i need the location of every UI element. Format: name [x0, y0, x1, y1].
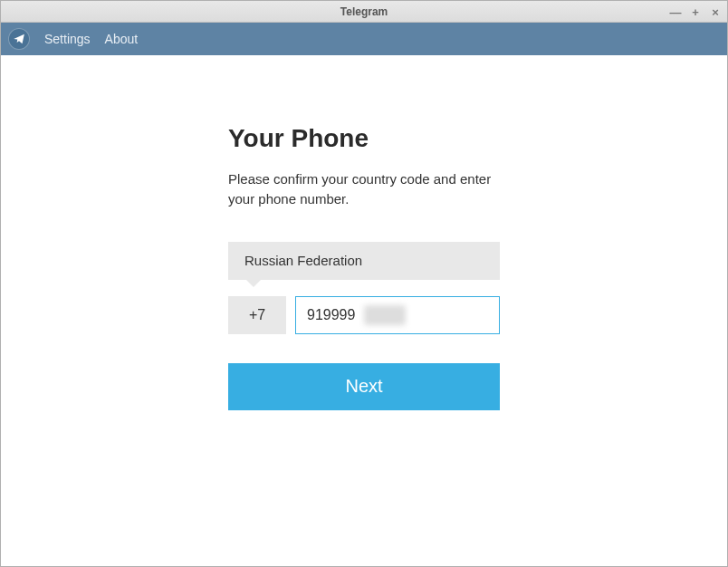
next-button[interactable]: Next [228, 363, 500, 410]
telegram-icon[interactable] [8, 28, 30, 50]
close-icon[interactable]: × [709, 5, 722, 19]
maximize-icon[interactable]: + [689, 5, 702, 19]
menu-settings[interactable]: Settings [44, 32, 91, 46]
phone-form: Your Phone Please confirm your country c… [228, 124, 500, 410]
window-controls: — + × [669, 1, 722, 23]
phone-row: +7 [228, 296, 500, 334]
country-code-label: +7 [249, 307, 265, 323]
app-window: Telegram — + × Settings About Your Phone… [0, 0, 728, 567]
page-subtext: Please confirm your country code and ent… [228, 169, 500, 209]
country-select[interactable]: Russian Federation [228, 242, 500, 280]
country-code-box[interactable]: +7 [228, 296, 286, 334]
phone-input[interactable] [295, 296, 500, 334]
phone-input-wrap [295, 296, 500, 334]
window-title: Telegram [340, 5, 388, 18]
content-area: Your Phone Please confirm your country c… [1, 55, 727, 566]
minimize-icon[interactable]: — [669, 5, 682, 19]
menu-bar: Settings About [1, 23, 727, 55]
menu-about[interactable]: About [105, 32, 139, 46]
page-title: Your Phone [228, 124, 500, 153]
country-label: Russian Federation [244, 253, 362, 268]
title-bar: Telegram — + × [1, 1, 727, 23]
